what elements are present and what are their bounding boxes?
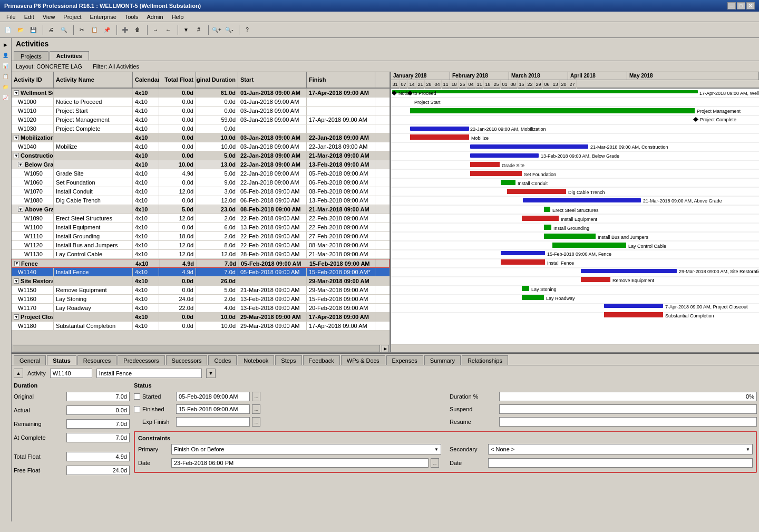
exp-finish-browse-btn[interactable]: ... [252,417,260,427]
paste-button[interactable]: 📌 [101,24,113,36]
started-browse-btn[interactable]: ... [252,392,260,401]
table-row[interactable]: W1050 Grade Site 4x10 4.9d 5.0d 22-Jan-2… [12,169,390,178]
finished-checkbox[interactable] [134,406,140,412]
sidebar-tracking-icon[interactable]: 📈 [1,93,11,102]
expand-icon[interactable]: ▼ [14,314,19,320]
print-button[interactable]: 🖨 [45,24,57,36]
primary-constraint-select[interactable]: Finish On or Before ▼ [171,444,441,454]
col-header-activity-name[interactable]: Activity Name [54,72,133,88]
table-row[interactable]: ▼Above Grade 4x10 5.0d 23.0d 08-Feb-2018… [12,205,390,214]
table-row-w1140[interactable]: W1140 Install Fence 4x10 4.9d 7.0d 05-Fe… [12,268,390,277]
menu-view[interactable]: View [38,13,60,21]
expand-icon[interactable]: ▼ [14,90,19,95]
menu-admin[interactable]: Admin [142,13,167,21]
tab-activities[interactable]: Activities [50,51,89,61]
table-row[interactable]: W1040 Mobilize 4x10 0.0d 10.0d 03-Jan-20… [12,142,390,151]
sidebar-wbs-icon[interactable]: 📋 [1,72,11,81]
close-button[interactable]: ✕ [746,2,755,9]
minimize-button[interactable]: ─ [727,2,736,9]
primary-date-value[interactable]: 23-Feb-2018 06:00 PM [171,458,429,468]
table-row[interactable]: ▼Site Restoration 4x10 0.0d 26.0d 29-Mar… [12,277,390,286]
table-row[interactable]: W1020 Project Management 4x10 0.0d 59.0d… [12,115,390,124]
table-row[interactable]: ▼Mobilization 4x10 0.0d 10.0d 03-Jan-201… [12,133,390,142]
menu-project[interactable]: Project [59,13,85,21]
btab-relationships[interactable]: Relationships [462,355,508,365]
btab-summary[interactable]: Summary [424,355,461,365]
col-header-finish[interactable]: Finish [307,72,375,88]
table-row[interactable]: W1100 Install Equipment 4x10 0.0d 6.0d 1… [12,223,390,232]
table-row[interactable]: ▼Project Closeout 4x10 0.0d 10.0d 29-Mar… [12,313,390,322]
menu-edit[interactable]: Edit [20,13,38,21]
zoom-out-button[interactable]: 🔍- [223,24,235,36]
btab-status[interactable]: Status [47,355,76,365]
secondary-date-value[interactable] [488,458,753,468]
btab-notebook[interactable]: Notebook [238,355,274,365]
table-row[interactable]: W1180 Substantial Completion 4x10 0.0d 1… [12,322,390,331]
sidebar-reports-icon[interactable]: 📊 [1,61,11,71]
sidebar-resources-icon[interactable]: 👤 [1,51,11,60]
expand-icon[interactable]: ▼ [14,278,19,284]
group-sort-button[interactable]: # [193,24,205,36]
table-row[interactable]: W1000 Notice to Proceed 4x10 0.0d 0.0d 0… [12,98,390,107]
started-date[interactable]: 05-Feb-2018 09:00 AM [176,392,250,401]
table-row[interactable]: W1120 Install Bus and Jumpers 4x10 12.0d… [12,241,390,250]
sidebar-projects-icon[interactable]: 📁 [1,82,11,92]
finished-date[interactable]: 15-Feb-2018 09:00 AM [176,404,250,414]
col-header-total-float[interactable]: Total Float [159,72,196,88]
table-row[interactable]: ▼Below Grade 4x10 10.0d 13.0d 22-Jan-201… [12,160,390,169]
table-row[interactable]: W1070 Install Conduit 4x10 12.0d 3.0d 05… [12,187,390,196]
tab-projects[interactable]: Projects [14,51,48,61]
table-row[interactable]: W1090 Erect Steel Structures 4x10 12.0d … [12,214,390,223]
table-row[interactable]: W1150 Remove Equipment 4x10 0.0d 5.0d 21… [12,286,390,295]
open-button[interactable]: 📂 [15,24,26,36]
save-button[interactable]: 💾 [27,24,39,36]
expand-icon[interactable]: ▼ [14,261,20,266]
table-scroll-bar[interactable]: ▶ [12,344,390,352]
menu-enterprise[interactable]: Enterprise [86,13,121,21]
table-row[interactable]: W1030 Project Complete 4x10 0.0d 0.0d [12,124,390,133]
finished-browse-btn[interactable]: ... [252,404,260,414]
print-preview-button[interactable]: 🔍 [58,24,70,36]
fence-group-row[interactable]: ▼Fence 4x10 4.9d 7.0d 05-Feb-2018 09:00 … [12,259,390,268]
outdent-button[interactable]: ← [162,24,174,36]
suspend-value[interactable] [499,404,757,414]
btab-expenses[interactable]: Expenses [386,355,423,365]
col-header-orig-dur[interactable]: Original Duration [196,72,238,88]
table-row[interactable]: W1130 Lay Control Cable 4x10 12.0d 12.0d… [12,250,390,259]
sidebar-activities-icon[interactable]: ▶ [1,40,11,50]
resume-value[interactable] [499,417,757,427]
cut-button[interactable]: ✂ [76,24,87,36]
table-row[interactable]: W1080 Dig Cable Trench 4x10 0.0d 12.0d 0… [12,196,390,205]
copy-button[interactable]: 📋 [89,24,100,36]
new-button[interactable]: 📄 [2,24,14,36]
duration-pct-value[interactable]: 0% [499,392,757,401]
zoom-in-button[interactable]: 🔍+ [211,24,222,36]
btab-predecessors[interactable]: Predecessors [118,355,164,365]
menu-tools[interactable]: Tools [121,13,143,21]
table-row[interactable]: W1170 Lay Roadway 4x10 22.0d 4.0d 13-Feb… [12,304,390,313]
table-row[interactable]: W1010 Project Start 4x10 0.0d 0.0d 03-Ja… [12,107,390,115]
table-row[interactable]: W1110 Install Grounding 4x10 18.0d 2.0d … [12,232,390,241]
scroll-right-button[interactable]: ▶ [382,345,389,352]
btab-codes[interactable]: Codes [208,355,237,365]
expand-icon[interactable]: ▼ [18,207,23,212]
menu-help[interactable]: Help [168,13,188,21]
btab-general[interactable]: General [14,355,46,365]
add-activity-button[interactable]: ➕ [119,24,131,36]
expand-icon[interactable]: ▼ [14,135,19,140]
secondary-constraint-select[interactable]: < None > ▼ [488,444,753,454]
btab-feedback[interactable]: Feedback [303,355,340,365]
filter-button[interactable]: ▼ [180,24,192,36]
btab-resources[interactable]: Resources [77,355,117,365]
exp-finish-date[interactable] [176,417,250,427]
table-row[interactable]: ▼Wellmont Substation 4x10 0.0d 61.0d 01-… [12,89,390,98]
nav-up-button[interactable]: ▲ [14,369,23,378]
expand-icon[interactable]: ▼ [18,162,23,167]
delete-button[interactable]: 🗑 [132,24,143,36]
expand-icon[interactable]: ▼ [14,153,19,158]
btab-successors[interactable]: Successors [166,355,208,365]
menu-file[interactable]: File [2,13,20,21]
table-row[interactable]: W1160 Lay Stoning 4x10 24.0d 2.0d 13-Feb… [12,295,390,304]
table-row[interactable]: ▼Construction 4x10 0.0d 5.0d 22-Jan-2018… [12,151,390,160]
gantt-scroll-bar[interactable] [391,344,759,352]
